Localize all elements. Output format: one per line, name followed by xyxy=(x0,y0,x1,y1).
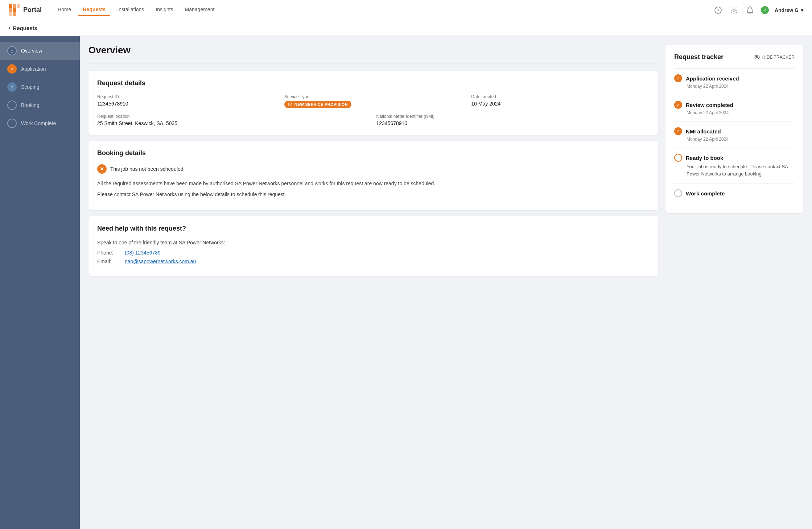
request-location-label: Request location xyxy=(97,114,371,119)
verified-icon: ✓ xyxy=(761,6,769,14)
svg-rect-4 xyxy=(13,8,16,12)
hide-tracker-label: HIDE TRACKER xyxy=(762,55,795,60)
sidebar-item-overview[interactable]: ⌂ Overview xyxy=(0,42,80,60)
service-type-field: Service Type NEW SERVICE PROVISION xyxy=(284,94,463,108)
nav-actions: ? ✓ Andrew G ▾ xyxy=(713,5,803,15)
request-details-grid-2: Request location 25 Smith Street, Keswic… xyxy=(97,114,650,126)
service-badge-text: NEW SERVICE PROVISION xyxy=(284,101,351,108)
sidebar-label-application: Application xyxy=(21,66,46,72)
tracker-label-1: Review completed xyxy=(686,102,733,108)
tracker-label-4: Work complete xyxy=(686,190,725,197)
date-created-label: Date created xyxy=(471,94,650,99)
svg-rect-5 xyxy=(9,12,12,16)
svg-line-13 xyxy=(755,55,759,59)
booking-status-text: This job has not been scheduled xyxy=(110,166,184,172)
tracker-date-0: Monday 22 April 2024 xyxy=(687,84,795,89)
sidebar-item-booking[interactable]: Booking xyxy=(0,96,80,114)
date-created-value: 10 May 2024 xyxy=(471,101,650,107)
sidebar-item-workcomplete[interactable]: Work Complete xyxy=(0,114,80,132)
sidebar-label-overview: Overview xyxy=(21,48,42,54)
tracker-item-nmi-allocated: ✓ NMI allocated Monday 22 April 2024 xyxy=(674,121,795,148)
service-badge: NEW SERVICE PROVISION xyxy=(284,101,463,108)
nmi-field: National Meter Identifier (NMI) 12345678… xyxy=(376,114,650,126)
tracker-item-4-header: Work complete xyxy=(674,189,795,197)
tracker-desc-3: Your job is ready to schedule. Please co… xyxy=(687,163,795,177)
svg-rect-0 xyxy=(9,4,12,8)
tracker-item-3-header: Ready to book xyxy=(674,154,795,162)
phone-link[interactable]: (08) 123456789 xyxy=(125,250,161,256)
help-intro: Speak to one of the friendly team at SA … xyxy=(97,240,650,245)
chevron-down-icon: ▾ xyxy=(801,7,803,13)
notifications-icon[interactable] xyxy=(745,5,755,15)
hide-tracker-button[interactable]: HIDE TRACKER xyxy=(754,54,795,60)
nmi-label: National Meter Identifier (NMI) xyxy=(376,114,650,119)
nav-management[interactable]: Management xyxy=(181,4,219,16)
tracker-item-application-received: ✓ Application received Monday 22 April 2… xyxy=(674,68,795,95)
tracker-item-2-header: ✓ NMI allocated xyxy=(674,127,795,135)
help-icon[interactable]: ? xyxy=(713,5,723,15)
tracker-title: Request tracker xyxy=(674,53,724,61)
tracker-circle-icon-4 xyxy=(674,189,682,197)
request-id-label: Request ID xyxy=(97,94,276,99)
nav-home[interactable]: Home xyxy=(53,4,75,16)
email-link[interactable]: nap@sapowernetworks.com.au xyxy=(125,259,196,264)
tracker-item-review-completed: ✓ Review completed Monday 22 April 2024 xyxy=(674,95,795,121)
tracker-label-0: Application received xyxy=(686,75,739,82)
sidebar-label-workcomplete: Work Complete xyxy=(21,120,56,126)
settings-icon[interactable] xyxy=(729,5,739,15)
sidebar-label-booking: Booking xyxy=(21,102,40,108)
content-area: Overview Request details Request ID 1234… xyxy=(80,36,812,529)
circle-icon-workcomplete xyxy=(7,119,17,128)
tracker-check-icon-1: ✓ xyxy=(674,101,682,109)
sidebar: ⌂ Overview ✓ Application ✓ Scoping Booki… xyxy=(0,36,80,529)
request-details-card: Request details Request ID 12345678910 S… xyxy=(88,71,658,135)
badge-icon xyxy=(288,102,292,107)
brand-name: Portal xyxy=(23,6,42,14)
sidebar-item-application[interactable]: ✓ Application xyxy=(0,60,80,78)
svg-point-9 xyxy=(733,9,735,11)
sidebar-item-scoping[interactable]: ✓ Scoping xyxy=(0,78,80,96)
main-content: Overview Request details Request ID 1234… xyxy=(88,45,658,282)
request-location-field: Request location 25 Smith Street, Keswic… xyxy=(97,114,371,126)
tracker-item-ready-to-book: Ready to book Your job is ready to sched… xyxy=(674,148,795,183)
user-menu[interactable]: Andrew G ▾ xyxy=(775,7,803,13)
check-icon-application: ✓ xyxy=(7,64,17,74)
svg-rect-3 xyxy=(9,8,12,12)
tracker-date-1: Monday 22 April 2024 xyxy=(687,110,795,115)
help-card: Need help with this request? Speak to on… xyxy=(88,216,658,276)
main-layout: ⌂ Overview ✓ Application ✓ Scoping Booki… xyxy=(0,36,812,529)
booking-description-1: All the required assessments have been m… xyxy=(97,179,650,187)
phone-row: Phone: (08) 123456789 xyxy=(97,250,650,256)
tracker-label-2: NMI allocated xyxy=(686,128,721,135)
circle-icon-booking xyxy=(7,100,17,110)
svg-point-10 xyxy=(749,13,750,14)
svg-rect-1 xyxy=(13,4,16,8)
user-name: Andrew G xyxy=(775,7,799,13)
svg-text:?: ? xyxy=(717,8,719,13)
email-label: Email: xyxy=(97,259,119,264)
check-icon-scoping: ✓ xyxy=(7,82,17,92)
breadcrumb-bar: ‹ Requests xyxy=(0,20,812,36)
tracker-item-1-header: ✓ Review completed xyxy=(674,101,795,109)
booking-details-title: Booking details xyxy=(97,149,650,157)
page-title: Overview xyxy=(88,45,658,56)
help-grid: Phone: (08) 123456789 Email: nap@sapower… xyxy=(97,250,650,264)
tracker-label-3: Ready to book xyxy=(686,155,723,161)
tracker-check-icon-0: ✓ xyxy=(674,74,682,82)
nav-links: Home Requests Installations Insights Man… xyxy=(53,4,701,16)
hide-icon xyxy=(754,54,760,60)
breadcrumb-back[interactable]: ‹ Requests xyxy=(9,25,37,31)
phone-label: Phone: xyxy=(97,250,119,256)
tracker-header: Request tracker HIDE TRACKER xyxy=(674,53,795,61)
divider xyxy=(88,63,658,63)
request-location-value: 25 Smith Street, Keswick, SA, 5035 xyxy=(97,120,371,126)
brand-logo[interactable]: Portal xyxy=(9,4,42,16)
nav-requests[interactable]: Requests xyxy=(78,4,110,16)
nav-installations[interactable]: Installations xyxy=(113,4,148,16)
breadcrumb-label: Requests xyxy=(13,25,37,31)
tracker-check-icon-2: ✓ xyxy=(674,127,682,135)
nav-insights[interactable]: Insights xyxy=(151,4,177,16)
request-id-field: Request ID 12345678910 xyxy=(97,94,276,108)
date-created-field: Date created 10 May 2024 xyxy=(471,94,650,108)
booking-status-row: ✕ This job has not been scheduled xyxy=(97,164,650,174)
